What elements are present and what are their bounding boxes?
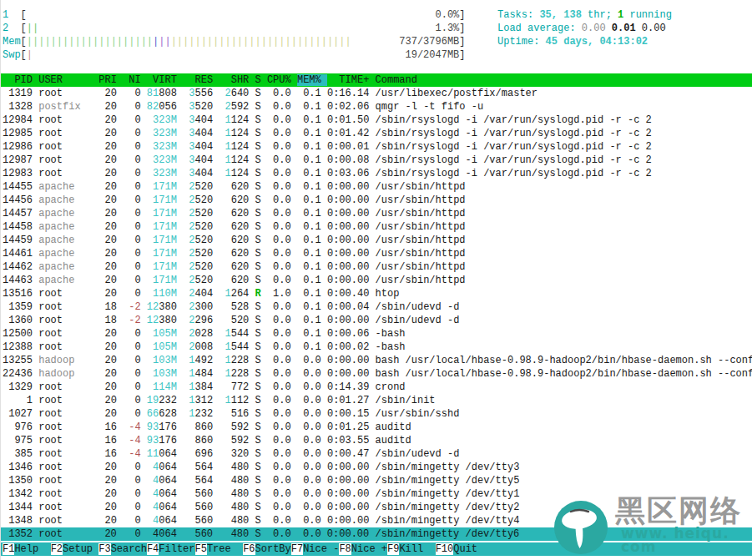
process-row-1352[interactable]: 1352 root 20 0 4064 560 480 S 0.0 0.0 0:… [1,527,752,541]
column-header-pri[interactable]: PRI [98,74,123,86]
mem-value-thousands: 2 [225,101,231,113]
pid: 14457 [3,208,38,219]
column-header-cpu[interactable]: CPU% [267,74,297,86]
process-row-12986[interactable]: 12986 root 20 0 323M 3404 1124 S 0.0 0.1… [1,140,752,154]
process-row-14458[interactable]: 14458 apache 20 0 171M 2520 620 S 0.0 0.… [1,220,752,234]
sep [177,101,183,113]
cpu1-meter-label: 1 [3,9,21,21]
mem-value-thousands: 1 [225,395,231,406]
time: 0:00.01 [327,141,376,153]
column-header-time[interactable]: TIME+ [327,74,376,86]
sep [177,168,183,179]
mem-value: 105M [153,328,177,340]
column-header-ni[interactable]: NI [123,74,147,86]
mem-value: 171M [153,208,177,219]
process-row-1[interactable]: 1 root 20 0 19232 1312 1112 S 0.0 0.0 0:… [1,394,752,407]
priority: 20 [98,275,123,286]
process-row-1359[interactable]: 1359 root 18 -2 12380 2300 528 S 0.0 0.1… [1,300,752,314]
sep [141,221,147,233]
mem-value: 520 [194,181,213,193]
user: root [38,328,98,340]
fkey-f10[interactable]: F10Quit [436,543,477,555]
pid: 1350 [3,475,38,487]
sep [141,261,147,273]
sep [249,368,255,380]
state: S [255,328,261,340]
mem-value: 520 [194,194,213,206]
fkey-f5[interactable]: F5Tree [195,543,244,555]
process-row-12984[interactable]: 12984 root 20 0 323M 3404 1124 S 0.0 0.1… [1,114,752,127]
fkey-f6[interactable]: F6SortBy [243,543,291,555]
column-header-res[interactable]: RES [183,74,219,86]
mem-value: 176 [159,435,177,446]
fkey-f7[interactable]: F7Nice - [291,543,340,555]
column-header-user[interactable]: USER [38,74,98,86]
column-header-virt[interactable]: VIRT [147,74,183,86]
pid: 14462 [3,261,38,273]
process-row-14457[interactable]: 14457 apache 20 0 171M 2520 620 S 0.0 0.… [1,207,752,220]
fkey-f1[interactable]: F1Help [3,543,51,555]
sep [141,301,147,313]
process-row-14459[interactable]: 14459 apache 20 0 171M 2520 620 S 0.0 0.… [1,234,752,247]
cpu2-meter-label: 2 [3,23,21,34]
nice: 0 [123,341,141,353]
nice: 0 [123,488,141,500]
process-row-976[interactable]: 976 root 16 -4 93176 860 592 S 0.0 0.0 0… [1,421,752,434]
fkey-f8[interactable]: F8Nice + [339,543,387,555]
fkey-f2[interactable]: F2Setup [51,543,99,555]
process-row-1342[interactable]: 1342 root 20 0 4064 560 480 S 0.0 0.0 0:… [1,487,752,501]
mem-value: 520 [194,235,213,246]
cpu-mem-percent: 0.0 0.1 [261,141,327,153]
fkey-label: Filter [159,543,194,555]
column-header-pid[interactable]: PID [3,74,38,86]
process-row-1329[interactable]: 1329 root 20 0 114M 1384 772 S 0.0 0.0 0… [1,381,752,394]
uptime-value: 45 days, 04:13:02 [546,36,648,48]
process-row-1328[interactable]: 1328 postfix 20 0 82056 3520 2592 S 0.0 … [1,100,752,114]
process-row-12388[interactable]: 12388 root 20 0 105M 2008 1544 S 0.0 0.1… [1,341,752,354]
time: 0:00.04 [327,301,376,313]
column-header-command[interactable]: Command [376,74,417,86]
column-header-s[interactable]: S [255,74,267,86]
sep [177,194,183,206]
process-row-975[interactable]: 975 root 16 -4 93176 860 592 S 0.0 0.0 0… [1,434,752,447]
mem-value: 232 [159,395,177,406]
process-row-14456[interactable]: 14456 apache 20 0 171M 2520 620 S 0.0 0.… [1,194,752,207]
mem-value-thousands: 1 [225,141,231,153]
fkey-f3[interactable]: F3Search [98,543,147,555]
mem-pad [183,462,194,473]
process-row-1348[interactable]: 1348 root 20 0 4064 560 480 S 0.0 0.0 0:… [1,514,752,527]
fkey-f4[interactable]: F4Filter [147,543,195,555]
process-row-22436[interactable]: 22436 hadoop 20 0 103M 1484 1228 S 0.0 0… [1,367,752,381]
process-row-13516[interactable]: 13516 root 20 0 110M 2404 1264 R 1.0 0.1… [1,287,752,300]
sep [249,221,255,233]
fkey-f9[interactable]: F9Kill [387,543,436,555]
process-row-385[interactable]: 385 root 16 -4 11064 696 320 S 0.0 0.0 0… [1,447,752,461]
process-row-1360[interactable]: 1360 root 18 -2 12380 2296 520 S 0.0 0.1… [1,314,752,327]
sep [249,475,255,487]
process-row-1319[interactable]: 1319 root 20 0 81808 3556 2640 S 0.0 0.1… [1,87,752,100]
process-row-1346[interactable]: 1346 root 20 0 4064 564 480 S 0.0 0.0 0:… [1,461,752,474]
process-row-14461[interactable]: 14461 apache 20 0 171M 2520 620 S 0.0 0.… [1,247,752,260]
process-row-14463[interactable]: 14463 apache 20 0 171M 2520 620 S 0.0 0.… [1,274,752,287]
state: S [255,368,261,380]
process-row-14455[interactable]: 14455 apache 20 0 171M 2520 620 S 0.0 0.… [1,180,752,194]
sep [249,435,255,446]
process-row-12500[interactable]: 12500 root 20 0 105M 2028 1544 S 0.0 0.1… [1,327,752,341]
command: /sbin/rsyslogd -i /var/run/syslogd.pid -… [376,128,652,139]
mem-pad [147,248,153,260]
pid: 1359 [3,301,38,313]
process-row-1027[interactable]: 1027 root 20 0 66628 1232 516 S 0.0 0.0 … [1,407,752,421]
mem-pad [219,368,225,380]
column-header-mem[interactable]: MEM% [297,74,327,86]
process-row-14462[interactable]: 14462 apache 20 0 171M 2520 620 S 0.0 0.… [1,260,752,274]
cpu-mem-percent: 0.0 0.0 [261,395,327,406]
process-row-13255[interactable]: 13255 hadoop 20 0 103M 1492 1228 S 0.0 0… [1,354,752,367]
process-row-1350[interactable]: 1350 root 20 0 4064 564 480 S 0.0 0.0 0:… [1,474,752,487]
column-header-shr[interactable]: SHR [219,74,255,86]
process-row-12985[interactable]: 12985 root 20 0 323M 3404 1124 S 0.0 0.1… [1,127,752,140]
process-row-12983[interactable]: 12983 root 20 0 323M 3404 1124 S 0.0 0.1… [1,167,752,180]
sep [249,488,255,500]
user: root [38,515,98,527]
process-row-12987[interactable]: 12987 root 20 0 323M 3404 1124 S 0.0 0.1… [1,154,752,167]
process-row-1344[interactable]: 1344 root 20 0 4064 560 480 S 0.0 0.0 0:… [1,501,752,514]
